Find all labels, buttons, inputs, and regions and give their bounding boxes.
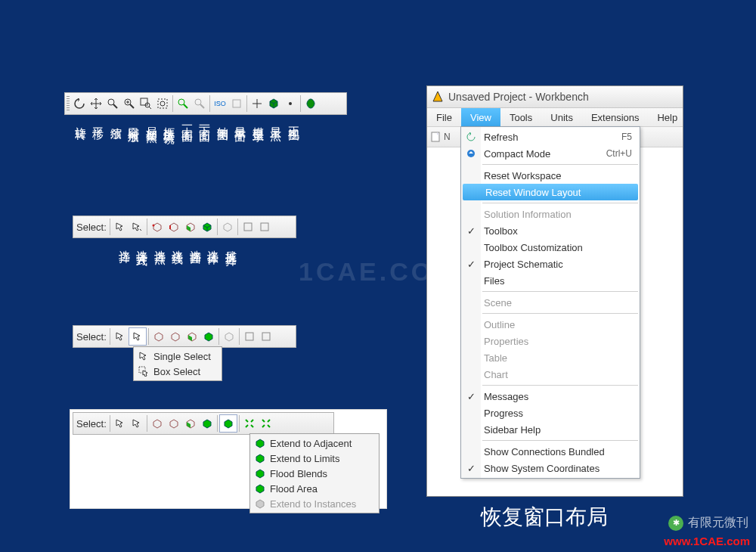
flood-blends-item[interactable]: Flood Blends: [252, 466, 377, 481]
select-face-icon[interactable]: [184, 328, 200, 345]
select-vertex-icon[interactable]: [149, 415, 166, 432]
cube-green-icon: [253, 453, 267, 464]
menu-item-label: Sidebar Help: [481, 424, 640, 436]
svg-point-19: [152, 225, 154, 227]
collapse-icon[interactable]: [258, 328, 274, 345]
item-label: Flood Area: [270, 483, 318, 495]
menu-item-label: Toolbox: [481, 225, 640, 237]
iso-icon[interactable]: ISO: [212, 95, 228, 112]
toolbar-grip[interactable]: [67, 96, 70, 111]
menu-item-reset-window-layout[interactable]: Reset Window Layout: [463, 184, 638, 200]
collapse-icon[interactable]: [256, 219, 273, 235]
extend-icon[interactable]: [219, 414, 237, 433]
zoom-icon[interactable]: [104, 95, 121, 112]
plane-icon[interactable]: [228, 95, 245, 112]
select-body-icon[interactable]: [200, 328, 217, 345]
select-face-icon[interactable]: [182, 219, 199, 235]
menu-item-label: Outline: [481, 319, 640, 330]
expand-icon[interactable]: [240, 219, 256, 235]
svg-rect-6: [141, 98, 147, 105]
new-file-icon[interactable]: [430, 131, 442, 143]
extend-limits-item[interactable]: Extend to Limits: [252, 451, 377, 466]
menu-item-label: Project Schematic: [481, 259, 640, 270]
menu-shortcut: F5: [621, 132, 640, 142]
label-select-body: 选择体: [207, 241, 220, 247]
menu-item-compact-mode[interactable]: Compact ModeCtrl+U: [461, 145, 640, 162]
menu-item-progress[interactable]: Progress: [461, 405, 640, 421]
menu-help[interactable]: Help: [648, 108, 686, 126]
menu-item-toolbox[interactable]: ✓Toolbox: [461, 222, 640, 239]
label-select-mode: 选择方式: [136, 241, 149, 247]
front-view-icon[interactable]: [302, 95, 319, 112]
point-icon[interactable]: [282, 95, 299, 112]
svg-point-18: [289, 102, 292, 105]
select-vertex-icon[interactable]: [150, 328, 167, 345]
menu-view[interactable]: View: [461, 108, 500, 126]
single-select-item[interactable]: Single Select: [135, 349, 220, 364]
menu-item-toolbox-customization[interactable]: Toolbox Customization: [461, 239, 640, 256]
footer-wechat: ✱ 有限元微刊: [668, 515, 748, 531]
select-mode-icon[interactable]: [129, 219, 145, 235]
select-edge-icon[interactable]: [166, 415, 182, 432]
extend-instances-item: Extend to Instances: [252, 496, 377, 511]
menu-item-project-schematic[interactable]: ✓Project Schematic: [461, 256, 640, 272]
item-label: Extend to Adjacent: [270, 438, 352, 449]
expand-icon[interactable]: [241, 328, 258, 345]
menu-file[interactable]: File: [427, 108, 461, 126]
label-select-face: 选择面: [189, 241, 202, 247]
select-edge-icon[interactable]: [166, 219, 182, 235]
menu-units[interactable]: Units: [541, 108, 582, 126]
extend-adjacent-item[interactable]: Extend to Adjacent: [252, 436, 377, 451]
menu-item-show-connections-bundled[interactable]: Show Connections Bundled: [461, 443, 640, 460]
select-cursor-icon[interactable]: [112, 219, 129, 235]
select-cursor-icon[interactable]: [112, 415, 129, 432]
cube-display-icon[interactable]: [265, 95, 282, 112]
rotate-icon[interactable]: [71, 95, 88, 112]
extend-icon[interactable]: [219, 219, 236, 235]
menu-item-refresh[interactable]: RefreshF5: [461, 129, 640, 145]
select-mode-icon[interactable]: [129, 327, 147, 346]
menu-item-show-system-coordinates[interactable]: ✓Show System Coordinates: [461, 460, 640, 476]
collapse-in-icon[interactable]: [258, 415, 274, 432]
vertex-icon[interactable]: [249, 95, 265, 112]
menubar: File View Tools Units Extensions Help: [427, 108, 683, 127]
select-cursor-icon[interactable]: [112, 328, 129, 345]
zoom-window-icon[interactable]: [138, 95, 154, 112]
select-vertex-icon[interactable]: [149, 219, 166, 235]
select-body-icon[interactable]: [199, 219, 215, 235]
pan-icon[interactable]: [88, 95, 104, 112]
select-edge-icon[interactable]: [167, 328, 184, 345]
item-label: Box Select: [153, 366, 200, 377]
zoom-fit-icon[interactable]: [154, 95, 171, 112]
menu-item-label: Show Connections Bundled: [481, 446, 640, 457]
wechat-icon: ✱: [668, 516, 683, 531]
cube-grey-icon: [253, 498, 267, 509]
menu-tools[interactable]: Tools: [500, 108, 541, 126]
label-point: 显示点: [270, 118, 283, 126]
cube-green-icon: [253, 468, 267, 479]
menu-item-label: Files: [481, 275, 640, 287]
workbench-window: Unsaved Project - Workbench File View To…: [426, 85, 683, 497]
menu-item-messages[interactable]: ✓Messages: [461, 388, 640, 405]
menu-item-sidebar-help[interactable]: Sidebar Help: [461, 421, 640, 438]
item-label: Flood Blends: [270, 468, 327, 479]
extend-icon[interactable]: [221, 328, 237, 345]
zoom-next-icon[interactable]: [191, 95, 208, 112]
select-body-icon[interactable]: [199, 415, 215, 432]
expand-out-icon[interactable]: [241, 415, 258, 432]
check-icon: ✓: [461, 391, 481, 402]
box-select-item[interactable]: Box Select: [135, 364, 220, 379]
extend-dropdown: Extend to Adjacent Extend to Limits Floo…: [249, 433, 380, 513]
menu-item-reset-workspace[interactable]: Reset Workspace: [461, 167, 640, 184]
toolbar2-labels: 选择 选择方式 选择点 选择线 选择面 选择体 扩展选择: [118, 241, 243, 247]
menu-extensions[interactable]: Extensions: [582, 108, 649, 126]
select-face-icon[interactable]: [182, 415, 199, 432]
select-mode-icon[interactable]: [129, 415, 145, 432]
zoom-in-icon[interactable]: [121, 95, 138, 112]
flood-area-item[interactable]: Flood Area: [252, 481, 377, 496]
svg-line-3: [130, 104, 134, 108]
toolbar-partial-text: N: [444, 132, 451, 142]
zoom-prev-icon[interactable]: [175, 95, 191, 112]
menu-item-properties: Properties: [461, 333, 640, 349]
menu-item-files[interactable]: Files: [461, 272, 640, 289]
